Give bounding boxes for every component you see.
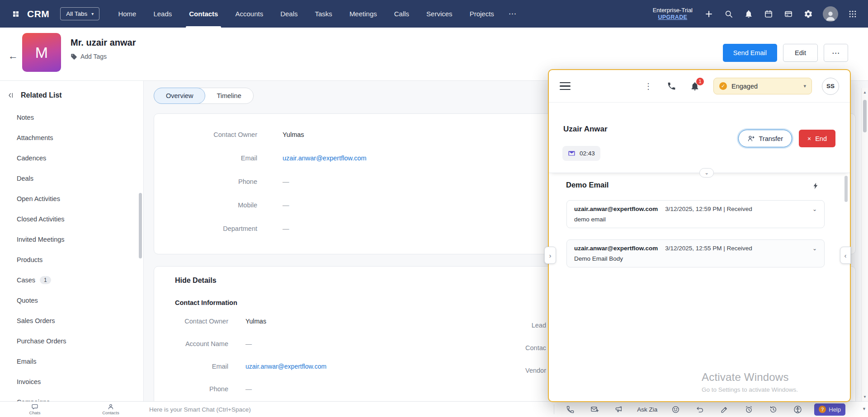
send-email-button[interactable]: Send Email xyxy=(723,44,777,62)
transfer-label: Transfer xyxy=(759,135,783,142)
notifications-bell-icon[interactable] xyxy=(743,9,754,19)
history-icon[interactable] xyxy=(761,403,785,416)
edit-button[interactable]: Edit xyxy=(783,44,818,62)
all-tabs-label: All Tabs xyxy=(66,10,87,17)
scrollbar-thumb[interactable] xyxy=(863,100,867,132)
payments-terminal-icon[interactable] xyxy=(783,9,794,19)
nav-tab-contacts[interactable]: Contacts xyxy=(180,0,226,28)
sidebar-item-attachments[interactable]: Attachments xyxy=(0,127,143,148)
sidebar-item-products[interactable]: Products xyxy=(0,249,143,270)
user-avatar[interactable] xyxy=(823,6,838,22)
smart-chat-input[interactable] xyxy=(149,402,457,417)
expand-panel-right-icon[interactable]: › xyxy=(544,247,556,264)
email-meta: 3/12/2025, 12:55 PM | Received xyxy=(665,245,752,252)
transfer-call-button[interactable]: Transfer xyxy=(738,130,792,147)
field-label-lead: Lead xyxy=(456,322,546,329)
collapse-email-panel-button[interactable]: ⌄ xyxy=(699,168,714,178)
sidebar-item-invoices[interactable]: Invoices xyxy=(0,371,143,392)
more-actions-button[interactable]: ⋯ xyxy=(824,44,848,62)
sidebar-item-cadences[interactable]: Cadences xyxy=(0,148,143,168)
accessibility-icon[interactable] xyxy=(785,403,810,416)
email-link[interactable]: uzair.anwar@expertflow.com xyxy=(283,155,367,162)
sidebar-item-invited-meetings[interactable]: Invited Meetings xyxy=(0,229,143,249)
nav-tab-leads[interactable]: Leads xyxy=(145,0,180,28)
email-card[interactable]: uzair.anwar@expertflow.com 3/12/2025, 12… xyxy=(566,200,825,228)
widget-notifications-icon[interactable]: 1 xyxy=(690,81,700,91)
tab-timeline[interactable]: Timeline xyxy=(205,88,253,104)
menu-hamburger-icon[interactable] xyxy=(560,82,571,90)
quick-create-plus-icon[interactable] xyxy=(703,9,714,19)
sidebar-item-closed-activities[interactable]: Closed Activities xyxy=(0,209,143,229)
expand-email-icon[interactable]: ⌄ xyxy=(812,245,817,252)
undo-loop-icon[interactable] xyxy=(688,403,712,416)
ask-zia-button[interactable]: Ask Zia xyxy=(631,406,663,413)
expand-email-icon[interactable]: ⌄ xyxy=(812,206,817,212)
nav-tab-meetings[interactable]: Meetings xyxy=(341,0,386,28)
nav-tab-deals[interactable]: Deals xyxy=(272,0,306,28)
nav-tab-accounts[interactable]: Accounts xyxy=(226,0,272,28)
sidebar-item-label: Cases xyxy=(17,276,35,284)
kebab-menu-icon[interactable]: ⋮ xyxy=(641,81,656,91)
question-mark-icon: ? xyxy=(819,406,826,413)
apps-grid-icon[interactable] xyxy=(10,8,22,20)
back-arrow-icon[interactable]: ← xyxy=(5,48,21,64)
close-icon: × xyxy=(807,135,811,142)
end-call-button[interactable]: × End xyxy=(799,130,835,147)
phone-icon[interactable] xyxy=(558,403,582,416)
nav-tab-tasks[interactable]: Tasks xyxy=(307,0,341,28)
quick-actions-bolt-icon[interactable] xyxy=(807,178,824,194)
email-body: Demo Email Body xyxy=(574,255,817,262)
dialer-phone-icon[interactable] xyxy=(667,81,676,91)
sidebar-item-cases[interactable]: Cases 1 xyxy=(0,270,143,290)
announcement-megaphone-icon[interactable] xyxy=(607,403,631,416)
collapse-panel-icon[interactable] xyxy=(6,91,15,100)
sidebar-item-quotes[interactable]: Quotes xyxy=(0,290,143,310)
zoho-apps-dots-icon[interactable] xyxy=(847,9,858,19)
help-button[interactable]: ? Help xyxy=(814,403,845,416)
nav-tab-projects[interactable]: Projects xyxy=(461,0,503,28)
module-tabs: Home Leads Contacts Accounts Deals Tasks… xyxy=(109,0,522,28)
feedback-smiley-icon[interactable] xyxy=(663,403,688,416)
sidebar-item-emails[interactable]: Emails xyxy=(0,351,143,371)
upgrade-link[interactable]: UPGRADE xyxy=(653,14,693,21)
email-card[interactable]: uzair.anwar@expertflow.com 3/12/2025, 12… xyxy=(566,239,825,267)
add-tags-button[interactable]: Add Tags xyxy=(71,53,107,60)
signature-pen-icon[interactable] xyxy=(712,403,736,416)
contact-avatar[interactable]: M xyxy=(22,33,61,72)
email-insights-icon[interactable] xyxy=(582,403,607,416)
settings-gear-icon[interactable] xyxy=(803,9,814,19)
sidebar-item-deals[interactable]: Deals xyxy=(0,168,143,188)
agent-avatar[interactable]: SS xyxy=(822,78,839,95)
chats-dock-button[interactable]: Chats xyxy=(21,403,48,415)
tab-overview[interactable]: Overview xyxy=(154,88,205,104)
email-link[interactable]: uzair.anwar@expertflow.com xyxy=(245,363,326,370)
field-label: Email xyxy=(165,363,228,370)
calendar-icon[interactable] xyxy=(763,9,774,19)
email-from: uzair.anwar@expertflow.com xyxy=(574,206,658,212)
widget-header: ⋮ 1 ✓ Engaged ▾ SS xyxy=(549,70,850,103)
contacts-label: Contacts xyxy=(102,410,119,415)
expand-panel-left-icon[interactable]: ‹ xyxy=(840,247,851,264)
sidebar-item-purchase-orders[interactable]: Purchase Orders xyxy=(0,331,143,351)
sidebar-scrollbar[interactable] xyxy=(139,193,142,258)
crm-logo[interactable]: CRM xyxy=(27,9,49,19)
widget-scrollbar[interactable] xyxy=(844,176,848,202)
contacts-dock-button[interactable]: Contacts xyxy=(97,403,124,415)
sidebar-item-notes[interactable]: Notes xyxy=(0,107,143,127)
more-tabs-button[interactable]: ⋯ xyxy=(503,0,522,28)
sidebar-item-sales-orders[interactable]: Sales Orders xyxy=(0,310,143,331)
sidebar-item-open-activities[interactable]: Open Activities xyxy=(0,188,143,209)
scroll-down-icon[interactable]: ▼ xyxy=(862,407,866,411)
nav-tab-services[interactable]: Services xyxy=(418,0,461,28)
all-tabs-dropdown[interactable]: All Tabs ▾ xyxy=(60,7,99,20)
scroll-up-icon[interactable]: ▲ xyxy=(862,90,868,94)
sidebar-item-campaigns[interactable]: Campaigns xyxy=(0,392,143,401)
nav-tab-home[interactable]: Home xyxy=(109,0,145,28)
nav-tab-calls[interactable]: Calls xyxy=(386,0,418,28)
related-list-header: Related List xyxy=(0,81,143,107)
alarm-clock-icon[interactable] xyxy=(736,403,761,416)
scroll-down-icon[interactable]: ▼ xyxy=(862,395,868,399)
search-icon[interactable] xyxy=(723,9,734,19)
agent-status-dropdown[interactable]: ✓ Engaged ▾ xyxy=(713,78,812,94)
page-scrollbar[interactable]: ▲ ▼ xyxy=(861,88,868,401)
